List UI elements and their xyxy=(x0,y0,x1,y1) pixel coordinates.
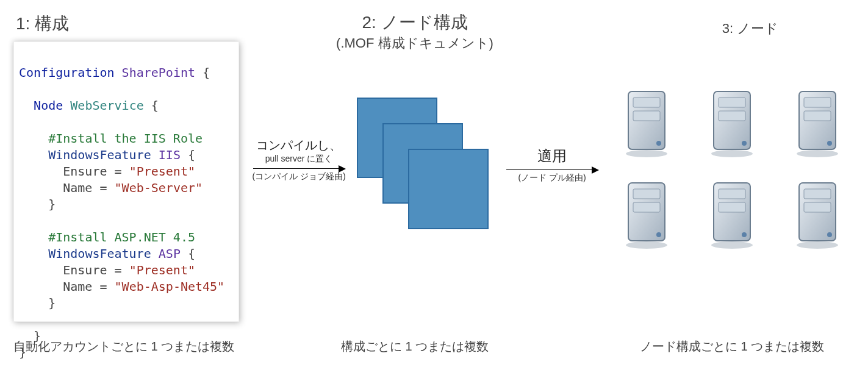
svg-rect-7 xyxy=(719,111,745,121)
svg-point-13 xyxy=(827,141,832,146)
svg-rect-26 xyxy=(804,189,831,199)
comment-asp: #Install ASP.NET 4.5 xyxy=(48,230,195,244)
svg-rect-17 xyxy=(633,202,660,212)
heading-nodes: 3: ノード xyxy=(647,20,854,38)
svg-rect-6 xyxy=(719,98,745,107)
server-icon xyxy=(708,85,762,159)
server-icon xyxy=(708,177,762,250)
ensure-val1: "Present" xyxy=(129,164,195,179)
arrow1-line1: コンパイルし、 xyxy=(247,137,351,154)
arrow2-line xyxy=(506,169,598,170)
code-box: Configuration SharePoint { Node WebServi… xyxy=(13,41,239,322)
name-webservice: WebService xyxy=(70,98,143,113)
svg-point-4 xyxy=(626,150,667,157)
arrow2-below: (ノード プル経由) xyxy=(500,173,604,184)
col-configuration: 1: 構成 xyxy=(16,12,242,35)
caption-col1: 自動化アカウントごとに 1 つまたは複数 xyxy=(13,338,239,355)
heading-configuration: 1: 構成 xyxy=(16,12,242,35)
col-node-config: 2: ノード構成 (.MOF 構成ドキュメント) xyxy=(305,11,525,52)
mof-documents xyxy=(357,98,485,232)
col-nodes: 3: ノード xyxy=(647,20,854,38)
name-sharepoint: SharePoint xyxy=(122,65,195,80)
svg-rect-27 xyxy=(804,202,831,212)
server-icon xyxy=(622,177,677,250)
svg-point-9 xyxy=(711,150,753,157)
brace: { xyxy=(181,246,195,261)
svg-point-29 xyxy=(797,241,838,249)
arrow2-line1: 適用 xyxy=(500,146,604,166)
svg-rect-22 xyxy=(719,202,745,212)
ensure-key2: Ensure = xyxy=(63,263,129,277)
brace-close2: } xyxy=(48,296,56,310)
svg-point-8 xyxy=(742,141,747,146)
svg-point-28 xyxy=(827,232,832,237)
name-asp: ASP xyxy=(159,246,181,261)
arrow-compile: コンパイルし、 pull server に置く (コンパイル ジョブ経由) xyxy=(247,137,351,182)
brace: { xyxy=(144,98,159,113)
svg-rect-21 xyxy=(719,189,745,199)
svg-point-14 xyxy=(797,150,838,157)
brace: { xyxy=(195,65,210,80)
svg-point-18 xyxy=(656,232,661,237)
svg-rect-16 xyxy=(633,189,660,199)
type-wf2: WindowsFeature xyxy=(48,246,151,261)
type-wf1: WindowsFeature xyxy=(48,148,151,162)
svg-point-24 xyxy=(711,241,753,249)
server-grid xyxy=(622,85,854,250)
name-key1: Name = xyxy=(63,180,114,195)
heading-node-config: 2: ノード構成 xyxy=(305,11,525,34)
ensure-key1: Ensure = xyxy=(63,164,129,179)
server-icon xyxy=(622,85,677,159)
name-iis: IIS xyxy=(159,148,181,162)
ensure-val2: "Present" xyxy=(129,263,195,277)
arrow1-below: (コンパイル ジョブ経由) xyxy=(247,171,351,182)
svg-rect-12 xyxy=(804,111,831,121)
brace-close1: } xyxy=(48,197,56,212)
caption-col3: ノード構成ごとに 1 つまたは複数 xyxy=(610,338,854,355)
name-val2: "Web-Asp-Net45" xyxy=(115,279,225,294)
name-key2: Name = xyxy=(63,279,114,294)
server-icon xyxy=(793,85,848,159)
arrow1-line xyxy=(253,168,345,169)
svg-rect-2 xyxy=(633,111,660,121)
svg-point-3 xyxy=(656,141,661,146)
svg-rect-11 xyxy=(804,98,831,107)
sub-mof: (.MOF 構成ドキュメント) xyxy=(305,34,525,52)
arrow-apply: 適用 (ノード プル経由) xyxy=(500,146,604,184)
name-val1: "Web-Server" xyxy=(115,180,203,195)
kw-configuration: Configuration xyxy=(19,65,115,80)
caption-col2: 構成ごとに 1 つまたは複数 xyxy=(317,338,512,355)
comment-iis: #Install the IIS Role xyxy=(48,131,203,146)
mof-doc-icon xyxy=(408,149,489,229)
arrow1-line2: pull server に置く xyxy=(247,154,351,165)
kw-node: Node xyxy=(34,98,63,113)
svg-point-19 xyxy=(626,241,667,249)
svg-point-23 xyxy=(742,232,747,237)
brace: { xyxy=(181,148,195,162)
svg-rect-1 xyxy=(633,98,660,107)
server-icon xyxy=(793,177,848,250)
